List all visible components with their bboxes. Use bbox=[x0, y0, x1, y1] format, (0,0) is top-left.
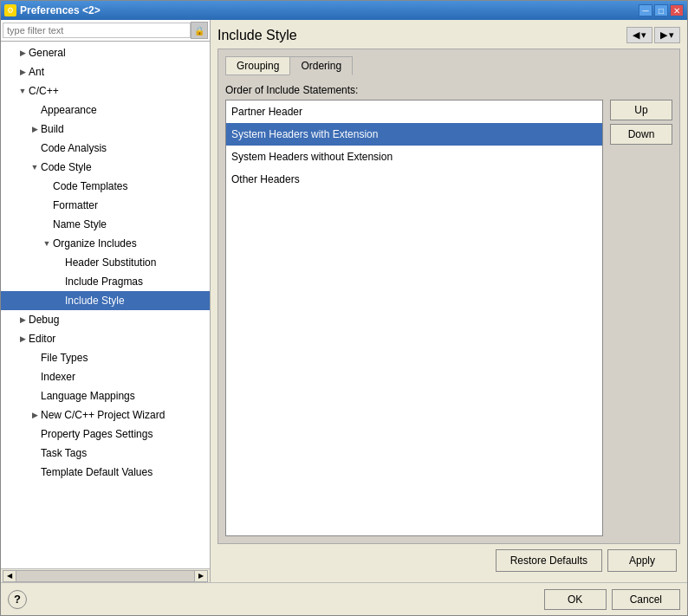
forward-button[interactable]: ▶ ▾ bbox=[654, 27, 680, 43]
arrow-icon: ▶ bbox=[29, 407, 41, 423]
sidebar-item-label: Build bbox=[41, 121, 206, 137]
sidebar-item-code-style[interactable]: ▼ Code Style bbox=[1, 158, 210, 177]
close-button[interactable]: ✕ bbox=[670, 4, 684, 16]
sidebar-item-header-substitution[interactable]: Header Substitution bbox=[1, 253, 210, 272]
tab-grouping[interactable]: Grouping bbox=[225, 56, 290, 75]
sidebar-item-task-tags[interactable]: Task Tags bbox=[1, 444, 210, 463]
sidebar-item-label: Code Templates bbox=[53, 178, 206, 194]
minimize-button[interactable]: ─ bbox=[639, 4, 652, 16]
sidebar-item-build[interactable]: ▶ Build bbox=[1, 120, 210, 139]
sidebar-item-label: Language Mappings bbox=[41, 388, 206, 404]
help-button[interactable]: ? bbox=[8, 590, 27, 609]
sidebar-item-label: Code Style bbox=[41, 159, 206, 175]
sidebar-item-label: General bbox=[29, 45, 206, 61]
sidebar-item-label: Task Tags bbox=[41, 445, 206, 461]
arrow-icon: ▶ bbox=[16, 64, 29, 80]
restore-defaults-button[interactable]: Restore Defaults bbox=[496, 549, 602, 572]
horizontal-scrollbar[interactable]: ◀ ▶ bbox=[1, 568, 210, 582]
sidebar-item-code-analysis[interactable]: Code Analysis bbox=[1, 139, 210, 158]
sidebar-item-label: Header Substitution bbox=[65, 255, 206, 270]
back-dropdown-icon: ▾ bbox=[641, 29, 646, 41]
sidebar-item-name-style[interactable]: Name Style bbox=[1, 215, 210, 234]
sidebar-item-label: Ant bbox=[29, 64, 206, 80]
sidebar-item-general[interactable]: ▶ General bbox=[1, 43, 210, 62]
sidebar-item-editor[interactable]: ▶ Editor bbox=[1, 329, 210, 348]
arrow-icon: ▶ bbox=[16, 45, 29, 61]
sidebar-item-label: C/C++ bbox=[29, 83, 206, 99]
list-item-partner-header[interactable]: Partner Header bbox=[226, 101, 602, 123]
page-title: Include Style bbox=[217, 28, 297, 43]
cancel-button[interactable]: Cancel bbox=[612, 589, 680, 610]
ok-button[interactable]: OK bbox=[544, 589, 607, 610]
sidebar-item-label: Name Style bbox=[53, 217, 206, 232]
tree: ▶ General ▶ Ant ▼ C/C++ Appearance bbox=[1, 42, 210, 568]
sidebar-item-indexer[interactable]: Indexer bbox=[1, 367, 210, 386]
down-button[interactable]: Down bbox=[610, 124, 672, 145]
list-item-system-headers-no-ext[interactable]: System Headers without Extension bbox=[226, 146, 602, 168]
sidebar-item-code-templates[interactable]: Code Templates bbox=[1, 177, 210, 196]
sidebar-item-label: Include Pragmas bbox=[65, 274, 206, 289]
sidebar-item-debug[interactable]: ▶ Debug bbox=[1, 310, 210, 329]
left-panel: 🔒 ▶ General ▶ Ant ▼ C/C++ bbox=[1, 20, 211, 582]
tab-ordering[interactable]: Ordering bbox=[289, 56, 353, 75]
sidebar-item-label: Debug bbox=[29, 312, 206, 327]
sidebar-item-label: Template Default Values bbox=[41, 464, 206, 480]
arrow-icon: ▼ bbox=[16, 83, 29, 99]
arrow-icon: ▶ bbox=[29, 121, 41, 137]
sidebar-item-property-pages[interactable]: Property Pages Settings bbox=[1, 425, 210, 444]
list-item-system-headers-ext[interactable]: System Headers with Extension bbox=[226, 123, 602, 146]
forward-arrow-icon: ▶ bbox=[660, 29, 667, 41]
include-list[interactable]: Partner Header System Headers with Exten… bbox=[225, 100, 603, 536]
sidebar-item-appearance[interactable]: Appearance bbox=[1, 101, 210, 120]
filter-lock-icon: 🔒 bbox=[191, 22, 208, 39]
sidebar-item-template-default[interactable]: Template Default Values bbox=[1, 463, 210, 482]
window-icon: ⚙ bbox=[4, 4, 16, 16]
tab-grouping-label: Grouping bbox=[237, 60, 279, 72]
list-item-other-headers[interactable]: Other Headers bbox=[226, 168, 602, 191]
sidebar-item-label: Indexer bbox=[41, 369, 206, 385]
scroll-left-arrow[interactable]: ◀ bbox=[3, 570, 16, 582]
tabs-bar: Grouping Ordering bbox=[225, 56, 672, 75]
sidebar-item-include-pragmas[interactable]: Include Pragmas bbox=[1, 272, 210, 291]
sidebar-item-ant[interactable]: ▶ Ant bbox=[1, 62, 210, 81]
main-content: 🔒 ▶ General ▶ Ant ▼ C/C++ bbox=[1, 20, 687, 582]
sidebar-item-label: Editor bbox=[29, 331, 206, 347]
back-button[interactable]: ◀ ▾ bbox=[626, 27, 652, 43]
arrow-icon: ▼ bbox=[41, 236, 53, 251]
footer: ? OK Cancel bbox=[1, 582, 687, 615]
list-buttons: Up Down bbox=[610, 100, 672, 536]
scroll-right-arrow[interactable]: ▶ bbox=[194, 570, 208, 582]
arrow-icon: ▶ bbox=[16, 331, 29, 347]
sidebar-item-label: Include Style bbox=[65, 293, 206, 308]
footer-right: OK Cancel bbox=[544, 589, 680, 610]
sidebar-item-new-cpp-wizard[interactable]: ▶ New C/C++ Project Wizard bbox=[1, 405, 210, 425]
content-area: Grouping Ordering Order of Include State… bbox=[217, 49, 680, 544]
list-item-label: System Headers without Extension bbox=[231, 151, 393, 163]
maximize-button[interactable]: □ bbox=[654, 4, 668, 16]
filter-bar: 🔒 bbox=[1, 20, 210, 42]
sidebar-item-label: Appearance bbox=[41, 102, 206, 118]
nav-buttons: ◀ ▾ ▶ ▾ bbox=[626, 27, 680, 43]
list-item-label: Partner Header bbox=[231, 106, 302, 118]
apply-button[interactable]: Apply bbox=[607, 549, 677, 572]
sidebar-item-include-style[interactable]: Include Style bbox=[1, 291, 210, 310]
window-title: Preferences <2> bbox=[20, 4, 101, 16]
footer-left: ? bbox=[8, 590, 27, 609]
sidebar-item-label: Formatter bbox=[53, 198, 206, 213]
sidebar-item-label: File Types bbox=[41, 350, 206, 366]
up-button[interactable]: Up bbox=[610, 100, 672, 120]
tab-ordering-label: Ordering bbox=[301, 60, 341, 72]
list-item-label: Other Headers bbox=[231, 173, 300, 185]
title-bar: ⚙ Preferences <2> ─ □ ✕ bbox=[1, 1, 687, 20]
sidebar-item-formatter[interactable]: Formatter bbox=[1, 196, 210, 215]
sidebar-item-cpp[interactable]: ▼ C/C++ bbox=[1, 81, 210, 101]
sidebar-item-organize-includes[interactable]: ▼ Organize Includes bbox=[1, 234, 210, 253]
sidebar-item-label: Code Analysis bbox=[41, 140, 206, 156]
sidebar-item-language-mappings[interactable]: Language Mappings bbox=[1, 386, 210, 405]
right-panel: Include Style ◀ ▾ ▶ ▾ Group bbox=[211, 20, 687, 582]
sidebar-item-label: Property Pages Settings bbox=[41, 426, 206, 442]
filter-input[interactable] bbox=[3, 23, 191, 38]
list-area: Partner Header System Headers with Exten… bbox=[225, 100, 672, 536]
sidebar-item-file-types[interactable]: File Types bbox=[1, 348, 210, 367]
tab-content-ordering: Order of Include Statements: Partner Hea… bbox=[225, 75, 672, 536]
